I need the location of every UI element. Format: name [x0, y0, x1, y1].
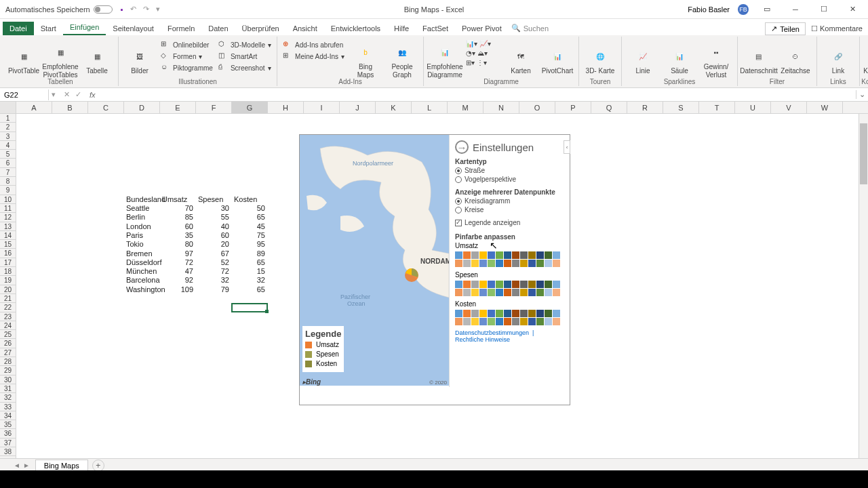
cell[interactable]: Düsseldorf: [124, 258, 159, 267]
tab-insert[interactable]: Einfügen: [63, 20, 106, 35]
column-header[interactable]: O: [519, 102, 555, 113]
ribbon-options-icon[interactable]: ▭: [757, 3, 777, 16]
color-swatch[interactable]: [471, 281, 479, 288]
column-header[interactable]: R: [627, 102, 663, 113]
chart-type-button[interactable]: 📊▾ 📈▾: [465, 39, 501, 48]
row-header[interactable]: 13: [0, 222, 16, 231]
color-swatch[interactable]: [536, 251, 544, 259]
column-header[interactable]: U: [735, 102, 771, 113]
worksheet-grid[interactable]: ABCDEFGHIJKLMNOPQRSTUVW 1234567891011121…: [0, 102, 868, 458]
maptype-road-radio[interactable]: Straße: [455, 167, 564, 174]
color-swatch[interactable]: [520, 251, 528, 259]
cell[interactable]: 47: [160, 267, 195, 276]
cell[interactable]: 79: [196, 285, 231, 294]
color-swatch[interactable]: [479, 318, 487, 325]
color-swatch[interactable]: [496, 289, 503, 296]
color-swatch[interactable]: [528, 281, 536, 288]
color-swatch[interactable]: [553, 251, 560, 259]
color-swatch[interactable]: [504, 318, 511, 325]
color-swatch[interactable]: [488, 251, 495, 259]
color-swatch[interactable]: [553, 289, 560, 296]
user-avatar[interactable]: FB: [738, 4, 749, 15]
fx-icon[interactable]: fx: [87, 91, 98, 99]
column-header[interactable]: C: [88, 102, 124, 113]
color-swatch[interactable]: [528, 318, 536, 325]
color-swatch[interactable]: [536, 318, 544, 325]
color-swatch[interactable]: [545, 281, 552, 288]
cell[interactable]: Washington: [124, 285, 159, 294]
cell[interactable]: 85: [160, 213, 195, 222]
tab-data[interactable]: Daten: [201, 22, 235, 35]
color-swatch[interactable]: [504, 310, 511, 317]
row-header[interactable]: 31: [0, 384, 16, 393]
color-swatch[interactable]: [455, 260, 462, 267]
color-swatch[interactable]: [528, 289, 536, 296]
color-swatch[interactable]: [479, 251, 487, 259]
cell[interactable]: 40: [196, 222, 231, 231]
color-swatch[interactable]: [455, 310, 462, 317]
row-header[interactable]: 23: [0, 312, 16, 321]
row-header[interactable]: 18: [0, 267, 16, 276]
redo-icon[interactable]: ↷: [143, 5, 149, 14]
row-header[interactable]: 33: [0, 403, 16, 411]
tab-view[interactable]: Ansicht: [286, 22, 324, 35]
tab-formulas[interactable]: Formeln: [161, 22, 201, 35]
color-swatch[interactable]: [512, 251, 519, 259]
column-header[interactable]: T: [699, 102, 735, 113]
expand-formula-icon[interactable]: ⌄: [856, 90, 868, 99]
color-swatch[interactable]: [512, 310, 519, 317]
display-pie-radio[interactable]: Kreisdiagramm: [455, 197, 564, 205]
color-swatch[interactable]: [471, 310, 479, 317]
color-swatch[interactable]: [504, 260, 511, 267]
cell[interactable]: 30: [196, 204, 231, 213]
row-header[interactable]: 5: [0, 150, 16, 159]
online-pictures-button[interactable]: ⊞Onlinebilder: [159, 39, 214, 50]
row-header[interactable]: 2: [0, 123, 16, 131]
select-all-corner[interactable]: [0, 102, 16, 113]
cell[interactable]: Bremen: [124, 249, 159, 258]
column-header[interactable]: V: [771, 102, 807, 113]
column-header[interactable]: M: [448, 102, 484, 113]
color-swatch[interactable]: [545, 251, 552, 259]
cell[interactable]: München: [124, 267, 159, 276]
name-box[interactable]: G22: [0, 89, 49, 100]
color-swatch[interactable]: [545, 260, 552, 267]
color-swatch[interactable]: [488, 281, 495, 288]
color-swatch[interactable]: [471, 251, 479, 259]
color-swatch[interactable]: [496, 318, 503, 325]
row-header[interactable]: 28: [0, 357, 16, 366]
color-swatch[interactable]: [536, 310, 544, 317]
color-swatch[interactable]: [553, 310, 560, 317]
tab-powerpivot[interactable]: Power Pivot: [455, 22, 509, 35]
minimize-icon[interactable]: ─: [785, 3, 806, 16]
chart-type-button[interactable]: ⊞▾ ⋮▾: [465, 58, 501, 67]
column-header[interactable]: W: [807, 102, 843, 113]
color-swatch[interactable]: [520, 260, 528, 267]
color-swatch[interactable]: [488, 318, 495, 325]
color-swatch[interactable]: [479, 281, 487, 288]
color-swatch[interactable]: [488, 260, 495, 267]
color-swatch[interactable]: [471, 260, 479, 267]
cell[interactable]: 65: [232, 213, 267, 222]
display-circles-radio[interactable]: Kreise: [455, 206, 564, 214]
color-swatch[interactable]: [545, 289, 552, 296]
color-swatch[interactable]: [520, 281, 528, 288]
get-addins-button[interactable]: ⊕Add-Ins abrufen: [281, 39, 346, 50]
color-swatch[interactable]: [536, 260, 544, 267]
color-swatch[interactable]: [496, 281, 503, 288]
row-header[interactable]: 27: [0, 348, 16, 357]
color-swatch[interactable]: [553, 260, 560, 267]
row-header[interactable]: 20: [0, 285, 16, 294]
cell[interactable]: 65: [232, 258, 267, 267]
row-header[interactable]: 12: [0, 213, 16, 222]
color-swatch[interactable]: [512, 289, 519, 296]
color-swatch[interactable]: [528, 251, 536, 259]
cell[interactable]: 32: [196, 276, 231, 285]
row-header[interactable]: 7: [0, 168, 16, 177]
color-swatch[interactable]: [463, 310, 471, 317]
cell[interactable]: Kosten: [232, 195, 267, 204]
cell[interactable]: 52: [196, 258, 231, 267]
icons-button[interactable]: ☺Piktogramme: [159, 62, 214, 73]
row-header[interactable]: 19: [0, 276, 16, 285]
privacy-link[interactable]: Datenschutzbestimmungen: [455, 329, 529, 336]
